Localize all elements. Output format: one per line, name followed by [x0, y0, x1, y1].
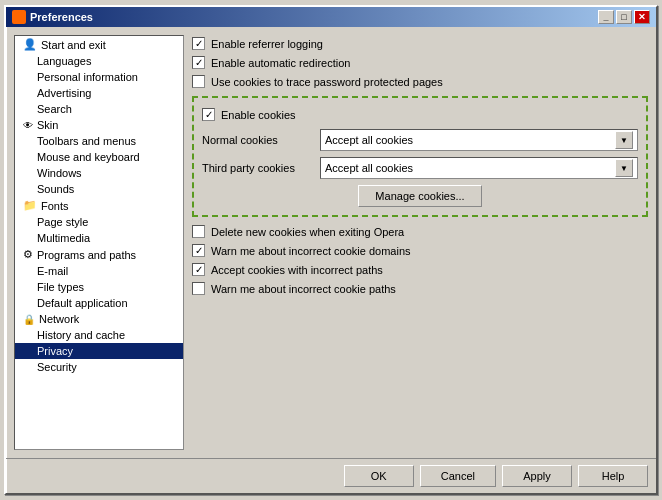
sidebar-item-label: Search	[37, 103, 72, 115]
folder-icon: 📁	[23, 199, 37, 212]
help-button[interactable]: Help	[578, 465, 648, 487]
checkbox-label-delete-new-cookies: Delete new cookies when exiting Opera	[211, 226, 404, 238]
sidebar-item-search[interactable]: Search	[15, 101, 183, 117]
sidebar-item-label: Privacy	[37, 345, 73, 357]
gear-icon: ⚙	[23, 248, 33, 261]
sidebar-item-label: File types	[37, 281, 84, 293]
window-title: Preferences	[30, 11, 93, 23]
sidebar-item-fonts[interactable]: 📁Fonts	[15, 197, 183, 214]
bottom-buttons: OK Cancel Apply Help	[6, 458, 656, 493]
sidebar-item-label: Programs and paths	[37, 249, 136, 261]
sidebar-item-label: Network	[39, 313, 79, 325]
titlebar: Preferences _ □ ✕	[6, 7, 656, 27]
sidebar-item-page-style[interactable]: Page style	[15, 214, 183, 230]
content-area: 👤Start and exitLanguagesPersonal informa…	[6, 27, 656, 458]
sidebar-item-programs-and-paths[interactable]: ⚙Programs and paths	[15, 246, 183, 263]
sidebar: 👤Start and exitLanguagesPersonal informa…	[14, 35, 184, 450]
sidebar-item-network[interactable]: 🔒Network	[15, 311, 183, 327]
close-button[interactable]: ✕	[634, 10, 650, 24]
normal-cookies-select[interactable]: Accept all cookies▼	[320, 129, 638, 151]
ok-button[interactable]: OK	[344, 465, 414, 487]
checkbox-warn-incorrect-domain[interactable]	[192, 244, 205, 257]
sidebar-item-history-and-cache[interactable]: History and cache	[15, 327, 183, 343]
sidebar-item-label: History and cache	[37, 329, 125, 341]
checkbox-label-warn-incorrect-domain: Warn me about incorrect cookie domains	[211, 245, 411, 257]
enable-cookies-row: Enable cookies	[202, 106, 638, 123]
checkbox-enable-cookies[interactable]	[202, 108, 215, 121]
checkbox-label-warn-incorrect-paths: Warn me about incorrect cookie paths	[211, 283, 396, 295]
sidebar-item-file-types[interactable]: File types	[15, 279, 183, 295]
preferences-window: Preferences _ □ ✕ 👤Start and exitLanguag…	[4, 5, 658, 495]
checkbox-warn-incorrect-paths[interactable]	[192, 282, 205, 295]
apply-button[interactable]: Apply	[502, 465, 572, 487]
checkbox-enable-referrer[interactable]	[192, 37, 205, 50]
sidebar-item-toolbars-and-menus[interactable]: Toolbars and menus	[15, 133, 183, 149]
sidebar-item-privacy[interactable]: Privacy	[15, 343, 183, 359]
sidebar-item-personal-information[interactable]: Personal information	[15, 69, 183, 85]
checkbox-label-accept-incorrect-paths: Accept cookies with incorrect paths	[211, 264, 383, 276]
sidebar-item-label: Multimedia	[37, 232, 90, 244]
cookie-settings-box: Enable cookiesNormal cookiesAccept all c…	[192, 96, 648, 217]
checkbox-accept-incorrect-paths[interactable]	[192, 263, 205, 276]
sidebar-item-label: Default application	[37, 297, 128, 309]
checkbox-enable-redirection[interactable]	[192, 56, 205, 69]
person-icon: 👤	[23, 38, 37, 51]
sidebar-item-label: Page style	[37, 216, 88, 228]
sidebar-item-security[interactable]: Security	[15, 359, 183, 375]
checkbox-row-use-cookies-trace: Use cookies to trace password protected …	[192, 73, 648, 90]
maximize-button[interactable]: □	[616, 10, 632, 24]
normal-cookies-label: Normal cookies	[202, 134, 312, 146]
checkbox-row-accept-incorrect-paths: Accept cookies with incorrect paths	[192, 261, 648, 278]
sidebar-item-multimedia[interactable]: Multimedia	[15, 230, 183, 246]
sidebar-item-label: Toolbars and menus	[37, 135, 136, 147]
sidebar-item-mouse-and-keyboard[interactable]: Mouse and keyboard	[15, 149, 183, 165]
checkbox-row-enable-referrer: Enable referrer logging	[192, 35, 648, 52]
options-area: Enable referrer loggingEnable automatic …	[192, 35, 648, 450]
sidebar-item-label: Mouse and keyboard	[37, 151, 140, 163]
third-party-cookies-arrow[interactable]: ▼	[615, 159, 633, 177]
sidebar-item-label: E-mail	[37, 265, 68, 277]
sidebar-item-label: Security	[37, 361, 77, 373]
third-party-cookies-select[interactable]: Accept all cookies▼	[320, 157, 638, 179]
third-party-cookies-value: Accept all cookies	[325, 162, 413, 174]
enable-cookies-label: Enable cookies	[221, 109, 296, 121]
app-icon	[12, 10, 26, 24]
sidebar-item-label: Personal information	[37, 71, 138, 83]
third-party-cookies-row: Third party cookiesAccept all cookies▼	[202, 157, 638, 179]
cancel-button[interactable]: Cancel	[420, 465, 496, 487]
sidebar-item-start-and-exit[interactable]: 👤Start and exit	[15, 36, 183, 53]
sidebar-item-sounds[interactable]: Sounds	[15, 181, 183, 197]
normal-cookies-arrow[interactable]: ▼	[615, 131, 633, 149]
checkbox-use-cookies-trace[interactable]	[192, 75, 205, 88]
lock-icon: 🔒	[23, 313, 35, 325]
third-party-cookies-label: Third party cookies	[202, 162, 312, 174]
sidebar-item-default-application[interactable]: Default application	[15, 295, 183, 311]
sidebar-item-label: Start and exit	[41, 39, 106, 51]
checkbox-row-enable-redirection: Enable automatic redirection	[192, 54, 648, 71]
sidebar-item-label: Sounds	[37, 183, 74, 195]
checkbox-label-enable-redirection: Enable automatic redirection	[211, 57, 350, 69]
manage-cookies-row: Manage cookies...	[202, 185, 638, 207]
checkbox-row-warn-incorrect-paths: Warn me about incorrect cookie paths	[192, 280, 648, 297]
checkbox-label-use-cookies-trace: Use cookies to trace password protected …	[211, 76, 443, 88]
sidebar-item-skin[interactable]: 👁Skin	[15, 117, 183, 133]
sidebar-item-label: Advertising	[37, 87, 91, 99]
normal-cookies-row: Normal cookiesAccept all cookies▼	[202, 129, 638, 151]
eye-icon: 👁	[23, 119, 33, 131]
checkbox-row-delete-new-cookies: Delete new cookies when exiting Opera	[192, 223, 648, 240]
checkbox-row-warn-incorrect-domain: Warn me about incorrect cookie domains	[192, 242, 648, 259]
sidebar-item-windows[interactable]: Windows	[15, 165, 183, 181]
sidebar-item-advertising[interactable]: Advertising	[15, 85, 183, 101]
sidebar-item-label: Windows	[37, 167, 82, 179]
checkbox-delete-new-cookies[interactable]	[192, 225, 205, 238]
normal-cookies-value: Accept all cookies	[325, 134, 413, 146]
main-panel: Enable referrer loggingEnable automatic …	[192, 35, 648, 450]
manage-cookies-button[interactable]: Manage cookies...	[358, 185, 481, 207]
minimize-button[interactable]: _	[598, 10, 614, 24]
checkbox-label-enable-referrer: Enable referrer logging	[211, 38, 323, 50]
sidebar-item-label: Fonts	[41, 200, 69, 212]
sidebar-item-languages[interactable]: Languages	[15, 53, 183, 69]
sidebar-item-label: Languages	[37, 55, 91, 67]
sidebar-item-e-mail[interactable]: E-mail	[15, 263, 183, 279]
sidebar-item-label: Skin	[37, 119, 58, 131]
